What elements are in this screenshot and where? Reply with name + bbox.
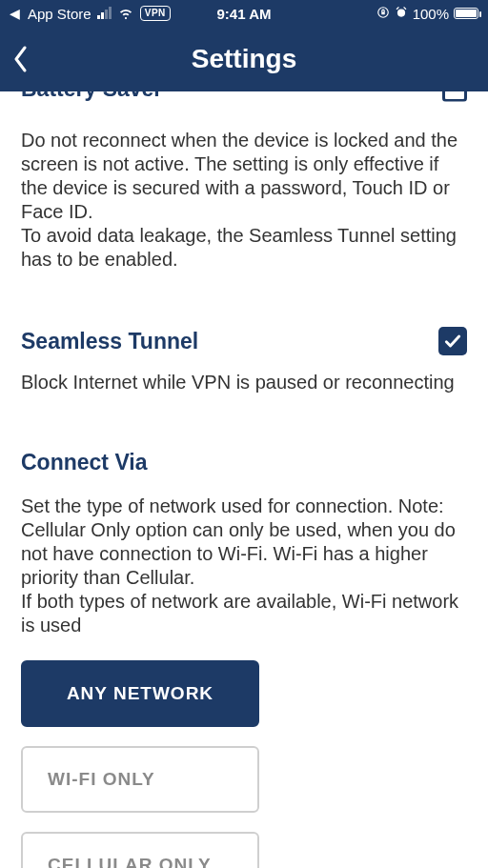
page-title: Settings [0,44,488,74]
status-right: 100% [376,6,478,22]
connect-via-wifi-only-button[interactable]: WI-FI ONLY [21,746,259,813]
status-left: ◀ App Store VPN [10,4,171,24]
battery-percent: 100% [413,6,449,22]
seamless-tunnel-row[interactable]: Seamless Tunnel [21,327,467,355]
vpn-badge: VPN [140,6,171,21]
seamless-tunnel-title: Seamless Tunnel [21,329,198,354]
connect-via-options: ANY NETWORK WI-FI ONLY CELLULAR ONLY [21,660,467,868]
battery-saver-row[interactable]: Battery Saver [21,91,467,111]
battery-saver-checkbox[interactable] [442,91,467,102]
svg-rect-1 [381,11,385,14]
back-to-app-icon[interactable]: ◀ [10,6,20,21]
connect-via-any-network-button[interactable]: ANY NETWORK [21,660,259,727]
back-button[interactable] [13,40,42,78]
orientation-lock-icon [376,6,390,22]
battery-icon [454,8,478,19]
battery-saver-title: Battery Saver [21,91,162,102]
chevron-left-icon [13,46,29,72]
wifi-icon [117,4,134,24]
battery-saver-description: Do not reconnect when the device is lock… [21,129,467,272]
svg-point-2 [397,9,405,16]
connect-via-description: Set the type of network used for connect… [21,495,467,637]
seamless-tunnel-description: Block Internet while VPN is paused or re… [21,371,467,394]
alarm-icon [395,6,408,22]
settings-content[interactable]: Battery Saver Do not reconnect when the … [0,91,488,868]
seamless-tunnel-checkbox[interactable] [438,327,467,355]
cellular-signal-icon [97,8,112,19]
nav-bar: Settings [0,27,488,91]
status-bar: ◀ App Store VPN 9:41 AM 100% [0,0,488,27]
connect-via-title: Connect Via [21,450,467,475]
checkmark-icon [443,332,462,351]
connect-via-cellular-only-button[interactable]: CELLULAR ONLY [21,832,259,868]
back-to-app-label[interactable]: App Store [28,6,92,22]
